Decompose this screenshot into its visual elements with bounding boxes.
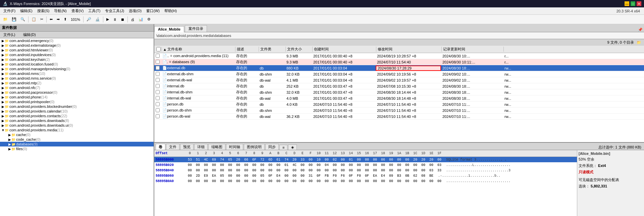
hex-byte[interactable]: 2D bbox=[194, 174, 202, 178]
hex-byte[interactable]: 00 bbox=[363, 158, 371, 162]
hex-byte[interactable]: 61 bbox=[274, 158, 282, 162]
toolbar-btn-7[interactable]: ➡ bbox=[55, 16, 61, 23]
hex-byte[interactable]: 65 bbox=[226, 158, 234, 162]
hex-byte[interactable]: 00 bbox=[274, 179, 282, 183]
expand-icon[interactable]: ▶ bbox=[1, 67, 5, 71]
hex-byte[interactable]: 66 bbox=[242, 158, 250, 162]
hex-byte[interactable]: 00 bbox=[411, 163, 419, 167]
toolbar-btn-9[interactable]: 101% bbox=[69, 16, 82, 23]
hex-byte[interactable]: 00 bbox=[371, 163, 379, 167]
hex-byte[interactable]: 08 bbox=[419, 174, 427, 178]
tree-node[interactable]: ▶📁com.android.mms (10) bbox=[0, 71, 154, 76]
hex-byte[interactable]: 0B bbox=[403, 174, 411, 178]
hex-byte[interactable]: 00 bbox=[419, 179, 427, 183]
hex-byte[interactable]: 00 bbox=[379, 163, 387, 167]
hex-byte[interactable]: 00 bbox=[307, 179, 315, 183]
hex-byte[interactable]: 00 bbox=[307, 169, 315, 172]
expand-icon[interactable]: ▶ bbox=[1, 119, 5, 123]
hex-byte[interactable]: F6 bbox=[339, 174, 347, 178]
hex-byte[interactable]: 00 bbox=[234, 179, 242, 183]
hex-byte[interactable]: 00 bbox=[371, 158, 379, 162]
hex-byte[interactable]: 00 bbox=[395, 179, 403, 183]
hex-byte[interactable]: 00 bbox=[387, 163, 395, 167]
toolbar-btn-5[interactable]: ✂ bbox=[39, 16, 45, 23]
expand-icon[interactable]: ▶ bbox=[1, 95, 5, 99]
hex-byte[interactable]: 00 bbox=[363, 169, 371, 172]
menu-window[interactable]: 窗口(W) bbox=[144, 8, 162, 14]
hex-row[interactable]: 58895B060002DE9EA0500000000050FE40000003… bbox=[154, 173, 577, 178]
hex-byte[interactable]: 00 bbox=[339, 179, 347, 183]
hex-byte[interactable]: 10 bbox=[315, 158, 323, 162]
hex-byte[interactable]: 33 bbox=[435, 169, 443, 172]
hex-byte[interactable]: 00 bbox=[194, 179, 202, 183]
bottom-tab-file[interactable]: 文件 bbox=[166, 144, 179, 150]
expand-icon[interactable]: ▶ bbox=[8, 142, 11, 146]
hex-byte[interactable]: 53 bbox=[186, 158, 194, 162]
expand-icon[interactable]: ▶ bbox=[1, 58, 5, 61]
hex-byte[interactable]: 03 bbox=[435, 163, 443, 167]
tree-node[interactable]: ▶📁com.android.managedprovisioning (0) bbox=[0, 67, 154, 71]
minimize-button[interactable]: — bbox=[625, 1, 629, 6]
tree-node[interactable]: ▶📁com.android.pacprocessor (0) bbox=[0, 90, 154, 95]
hex-byte[interactable]: 00 bbox=[355, 163, 363, 167]
hex-byte[interactable]: 00 bbox=[299, 174, 307, 178]
hex-byte[interactable]: 00 bbox=[355, 169, 363, 172]
hex-byte[interactable]: 03 bbox=[427, 169, 435, 172]
hex-byte[interactable]: E4 bbox=[379, 174, 387, 178]
hex-byte[interactable]: 00 bbox=[226, 163, 234, 167]
hex-byte[interactable]: 31 bbox=[307, 174, 315, 178]
hex-byte[interactable]: 00 bbox=[242, 169, 250, 172]
expand-icon[interactable]: ▶ bbox=[1, 53, 5, 57]
bottom-tab-volume[interactable]: 卷 bbox=[156, 144, 165, 150]
hex-byte[interactable]: 74 bbox=[282, 158, 290, 162]
hex-byte[interactable]: 00 bbox=[186, 163, 194, 167]
expand-icon[interactable]: ▶ bbox=[1, 62, 5, 66]
hex-byte[interactable]: 51 bbox=[194, 158, 202, 162]
tree-node[interactable]: ▶📁com.android.location.fused (0) bbox=[0, 62, 154, 67]
hex-byte[interactable]: E4 bbox=[274, 174, 282, 178]
tree-node[interactable]: ▶📁com.android.emergency (0) bbox=[0, 38, 154, 43]
header-type[interactable]: 文件类 bbox=[259, 47, 286, 52]
header-filename[interactable]: ▲ 文件名称 bbox=[162, 47, 235, 52]
hex-byte[interactable]: 00 bbox=[202, 179, 210, 183]
tree-node[interactable]: ▶📁code_cache (0) bbox=[0, 137, 154, 142]
hex-byte[interactable]: 62 bbox=[411, 174, 419, 178]
hex-byte[interactable]: 00 bbox=[242, 163, 250, 167]
hex-byte[interactable]: 06 bbox=[379, 158, 387, 162]
hex-byte[interactable]: 00 bbox=[363, 163, 371, 167]
hex-byte[interactable]: 05 bbox=[258, 174, 266, 178]
hex-byte[interactable]: 4C bbox=[202, 158, 210, 162]
tree-node[interactable]: ▶📁cache (0) bbox=[0, 132, 154, 137]
hex-offset[interactable]: 58895B060 bbox=[156, 174, 186, 178]
toolbar-btn-13[interactable]: ⏸ bbox=[111, 16, 118, 23]
hex-byte[interactable]: 00 bbox=[194, 169, 202, 172]
pin-icon[interactable]: 📌 bbox=[638, 28, 643, 32]
hex-byte[interactable]: 00 bbox=[395, 163, 403, 167]
toolbar-btn-17[interactable]: ⚙ bbox=[146, 16, 152, 23]
hex-offset[interactable]: 58895B040 bbox=[156, 169, 186, 172]
tree-node[interactable]: ▶📁com.android.inputdevices (0) bbox=[0, 52, 154, 57]
hex-byte[interactable]: F0 bbox=[355, 174, 363, 178]
menu-special-tools[interactable]: 专业工具(J) bbox=[103, 8, 126, 14]
hex-byte[interactable]: 00 bbox=[218, 169, 226, 172]
menu-tools[interactable]: 工具(T) bbox=[86, 8, 102, 14]
expand-icon[interactable]: ▶ bbox=[1, 114, 5, 118]
close-button[interactable]: ✕ bbox=[637, 1, 641, 6]
header-updated[interactable]: 记录更新时间 bbox=[442, 47, 504, 52]
hex-byte[interactable]: 00 bbox=[186, 169, 194, 172]
expand-icon[interactable]: ▶ bbox=[8, 138, 11, 141]
hex-byte[interactable]: 00 bbox=[282, 179, 290, 183]
header-check[interactable] bbox=[155, 47, 162, 51]
hex-body[interactable]: 58895B00053514C69746520666F726D617420330… bbox=[154, 157, 577, 216]
menu-search[interactable]: 搜索(S) bbox=[35, 8, 52, 14]
hex-byte[interactable]: 00 bbox=[202, 169, 210, 172]
tree-node[interactable]: ▶📁com.android.phone (14) bbox=[0, 95, 154, 99]
hex-byte[interactable]: EA bbox=[371, 174, 379, 178]
hex-byte[interactable]: 00 bbox=[331, 163, 339, 167]
toolbar-btn-12[interactable]: ▶ bbox=[105, 16, 111, 23]
tree-node[interactable]: ▶📁com.android.keychain (2) bbox=[0, 57, 154, 62]
left-panel-edit-menu[interactable]: 编辑(D) bbox=[22, 32, 37, 37]
hex-byte[interactable]: B3 bbox=[395, 174, 403, 178]
file-row[interactable]: 📄person.db-wal存在的db-wal36.2 KB2024/07/10… bbox=[154, 114, 644, 120]
hex-byte[interactable]: 00 bbox=[307, 158, 315, 162]
